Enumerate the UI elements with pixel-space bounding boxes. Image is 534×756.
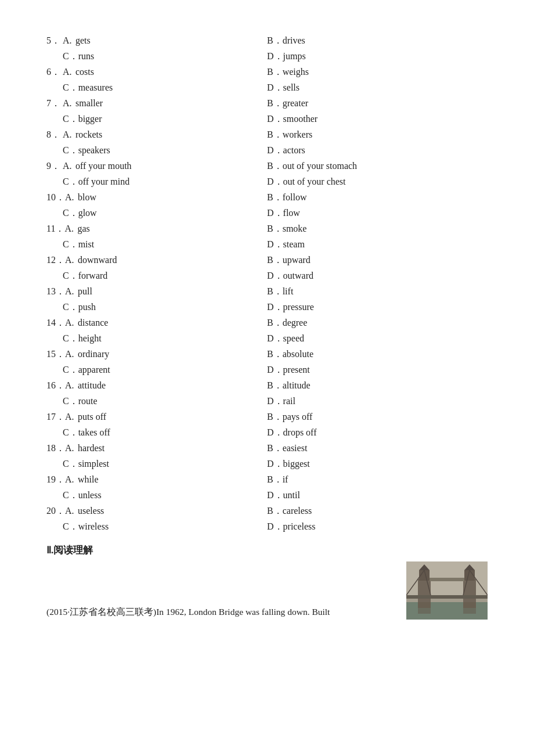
- option-label-d: D．: [267, 176, 283, 188]
- option-label-c: C．: [63, 113, 78, 125]
- option-label-d: D．: [267, 239, 283, 251]
- question-num-placeholder: [46, 177, 63, 187]
- option-text-a: attitude: [78, 380, 106, 391]
- option-text-d: flow: [283, 208, 300, 218]
- option-text-b: workers: [283, 129, 313, 140]
- col-a: 19．A.while: [46, 474, 267, 486]
- question-number: 16．: [46, 380, 65, 392]
- option-text-b: upward: [283, 255, 311, 265]
- option-label-d: D．: [267, 427, 283, 439]
- question-num-placeholder: [46, 365, 63, 375]
- option-text-c: mist: [78, 239, 95, 250]
- option-label-c: C．: [63, 82, 78, 94]
- option-text-d: speed: [283, 333, 304, 344]
- col-a: 13．A.pull: [46, 286, 267, 298]
- col-b: B．upward: [267, 254, 488, 267]
- question-number: 17．: [46, 411, 65, 423]
- question-block: 13．A.pullB．lift C．pushD．pressure: [46, 286, 488, 314]
- option-label-a: A.: [65, 474, 78, 485]
- col-c: C．route: [46, 395, 267, 408]
- col-a: 16．A.attitude: [46, 380, 267, 392]
- option-label-d: D．: [267, 521, 283, 533]
- col-b: B．easiest: [267, 442, 488, 455]
- col-b: B．greater: [267, 98, 488, 110]
- question-number: 11．: [46, 223, 64, 235]
- question-num-placeholder: [46, 208, 63, 218]
- question-row-cd: C．speakersD．actors: [46, 145, 488, 157]
- option-label-b: B．: [267, 474, 283, 486]
- col-b: B．smoke: [267, 223, 488, 235]
- option-label-d: D．: [267, 51, 283, 63]
- option-text-d: steam: [283, 239, 305, 250]
- option-text-d: present: [283, 365, 310, 375]
- option-label-a: A.: [63, 67, 75, 77]
- option-text-a: smaller: [75, 98, 103, 109]
- option-text-d: rail: [283, 396, 295, 406]
- option-text-a: off your mouth: [75, 161, 132, 171]
- question-row-ab: 10．A.blowB．follow: [46, 192, 488, 204]
- option-label-a: A.: [65, 443, 78, 453]
- col-d: D．drops off: [267, 427, 488, 439]
- question-row-cd: C．simplestD．biggest: [46, 458, 488, 470]
- question-num-placeholder: [46, 114, 63, 124]
- col-b: B．absolute: [267, 348, 488, 361]
- option-text-c: bigger: [78, 114, 102, 124]
- section-title: Ⅱ.阅读理解: [46, 543, 488, 557]
- option-text-c: push: [78, 302, 96, 312]
- col-a: 18．A.hardest: [46, 442, 267, 455]
- col-b: B．out of your stomach: [267, 160, 488, 172]
- option-label-c: C．: [63, 458, 78, 470]
- col-c: C．forward: [46, 270, 267, 282]
- option-text-c: unless: [78, 490, 102, 501]
- option-label-d: D．: [267, 145, 283, 157]
- option-label-d: D．: [267, 82, 283, 94]
- question-block: 15．A.ordinaryB．absolute C．apparentD．pres…: [46, 348, 488, 376]
- question-row-cd: C．runsD．jumps: [46, 51, 488, 63]
- question-block: 9．A.off your mouthB．out of your stomach …: [46, 160, 488, 188]
- col-c: C．mist: [46, 239, 267, 251]
- col-b: B．follow: [267, 192, 488, 204]
- option-label-b: B．: [267, 192, 283, 204]
- col-d: D．flow: [267, 207, 488, 219]
- col-d: D．jumps: [267, 51, 488, 63]
- option-text-d: out of your chest: [283, 177, 346, 187]
- option-label-a: A.: [65, 192, 78, 203]
- question-num-placeholder: [46, 271, 63, 281]
- col-d: D．outward: [267, 270, 488, 282]
- question-row-cd: C．forwardD．outward: [46, 270, 488, 282]
- option-label-d: D．: [267, 489, 283, 502]
- option-text-c: off your mind: [78, 177, 130, 187]
- option-text-d: pressure: [283, 302, 314, 312]
- option-text-d: drops off: [283, 427, 317, 438]
- svg-rect-17: [406, 561, 488, 620]
- option-label-c: C．: [63, 333, 78, 345]
- reading-section: (2015·江苏省名校高三联考)In 1962, London Bridge w…: [46, 561, 488, 620]
- option-text-d: priceless: [283, 521, 316, 532]
- option-label-a: A.: [65, 506, 78, 516]
- option-text-b: follow: [283, 192, 307, 203]
- option-label-a: A.: [65, 380, 78, 391]
- option-label-d: D．: [267, 270, 283, 282]
- question-num-placeholder: [46, 490, 63, 501]
- question-row-ab: 12．A.downwardB．upward: [46, 254, 488, 267]
- question-block: 8．A.rocketsB．workers C．speakersD．actors: [46, 129, 488, 157]
- question-number: 7．: [46, 98, 63, 110]
- option-label-c: C．: [63, 51, 78, 63]
- option-label-a: A.: [64, 224, 77, 234]
- question-number: 14．: [46, 317, 65, 329]
- question-row-ab: 15．A.ordinaryB．absolute: [46, 348, 488, 361]
- col-a: 12．A.downward: [46, 254, 267, 267]
- option-text-b: weighs: [283, 67, 309, 77]
- question-row-ab: 5．A.getsB．drives: [46, 35, 488, 47]
- question-row-ab: 18．A.hardestB．easiest: [46, 442, 488, 455]
- col-a: 20．A.useless: [46, 505, 267, 517]
- question-number: 18．: [46, 442, 65, 455]
- col-c: C．bigger: [46, 113, 267, 125]
- col-c: C．wireless: [46, 521, 267, 533]
- question-num-placeholder: [46, 239, 63, 250]
- option-text-c: wireless: [78, 521, 109, 532]
- option-label-a: A.: [63, 161, 75, 171]
- option-label-b: B．: [267, 66, 283, 78]
- col-a: 8．A.rockets: [46, 129, 267, 141]
- option-label-c: C．: [63, 489, 78, 502]
